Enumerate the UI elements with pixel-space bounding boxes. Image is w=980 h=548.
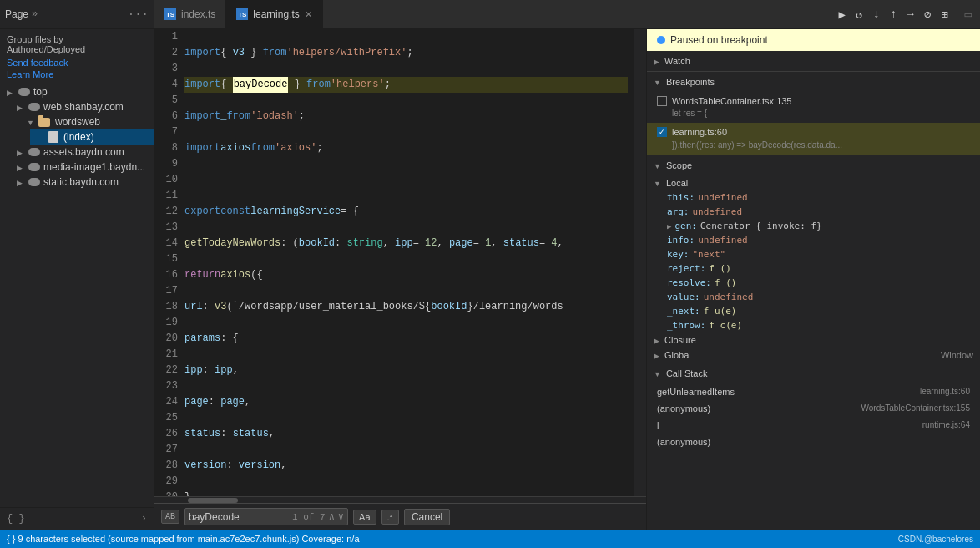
scope-var-value: value: undefined [647,290,980,304]
send-feedback-link[interactable]: Send feedback [7,58,147,68]
watch-header[interactable]: Watch [647,51,980,71]
status-right: CSDN.@bachelores [898,535,973,544]
cs-func-2: (anonymous) [657,403,710,414]
code-line-2: import { bayDecode } from 'helpers'; [184,77,628,93]
callstack-header[interactable]: Call Stack [647,363,980,383]
breakpoints-section: Breakpoints WordsTableContainer.tsx:135 … [647,72,980,155]
find-options: AB [161,510,179,524]
breakpoints-header[interactable]: Breakpoints [647,72,980,92]
minimize-icon[interactable]: ▭ [963,6,973,23]
tab-close-icon[interactable]: ✕ [305,10,312,19]
scope-gen-arrow [667,221,671,231]
bp-checkbox-2[interactable]: ✓ [657,127,667,137]
bp-text-2: learning.ts:60 }).then((res: any) => bay… [672,126,842,150]
find-cancel-btn[interactable]: Cancel [404,509,450,525]
tab-index-label: index.ts [181,8,215,20]
tree-item-top[interactable]: top [0,84,154,99]
tab-learning[interactable]: TS learning.ts ✕ [226,0,322,28]
bp-item-2: ✓ learning.ts:60 }).then((res: any) => b… [647,123,980,154]
cs-file-1: learning.ts:60 [920,387,970,396]
debug-deactivate-btn[interactable]: ⊘ [922,6,932,23]
debug-stepout-btn[interactable]: → [905,6,915,23]
h-scrollbar-thumb[interactable] [188,498,238,503]
bp-item-1: WordsTableContainer.tsx:135 let res = { [647,92,980,123]
tree-label-assets-baydn: assets.baydn.com [43,146,124,158]
sidebar-bottom: { } › [0,507,154,530]
cs-item-3[interactable]: l runtime.js:64 [647,417,980,434]
file-tree: top web.shanbay.com wordsweb (index) [0,84,154,507]
scope-header[interactable]: Scope [647,155,980,175]
bp-code-1: let res = { [672,108,792,119]
regex-toggle[interactable]: .* [381,510,399,525]
scope-body: Local this: undefined arg: undefined gen… [647,175,980,363]
bp-checkbox-1[interactable] [657,96,667,106]
callstack-label: Call Stack [666,368,708,378]
cs-item-2[interactable]: (anonymous) WordsTableContainer.tsx:155 [647,400,980,417]
find-input[interactable] [189,511,289,523]
group-files-label: Group files by [7,34,147,44]
cs-func-3: l [657,420,659,430]
debug-panel: Paused on breakpoint Watch Breakpoints W… [646,29,980,530]
tree-item-web-shanbay[interactable]: web.shanbay.com [10,99,154,114]
debug-refresh-btn[interactable]: ↻ [854,6,864,23]
authored-deployed-label: Authored/Deployed [7,44,147,54]
scope-arrow [654,160,661,170]
sidebar-header-bar: Page » ··· [0,0,154,28]
scope-local-header[interactable]: Local [647,175,980,190]
code-line-5 [184,172,628,188]
breakpoints-body: WordsTableContainer.tsx:135 let res = { … [647,92,980,155]
find-input-wrap: 1 of 7 ∧ ∨ [184,508,348,525]
match-case-btn[interactable]: AB [161,510,179,524]
tree-item-wordsweb[interactable]: wordsweb [20,114,154,129]
cs-item-1[interactable]: getUnlearnedItems learning.ts:60 [647,383,980,400]
cs-item-4[interactable]: (anonymous) [647,434,980,450]
find-bar: AB 1 of 7 ∧ ∨ Aa .* Cancel [154,503,646,530]
code-container[interactable]: 12345 678910 1112131415 1617181920 21222… [154,29,646,496]
sidebar-bottom-chevron[interactable]: › [141,513,147,525]
sidebar-menu-icon[interactable]: ··· [128,8,149,21]
scope-global-label: Global [664,350,691,360]
tree-item-index[interactable]: (index) [30,129,154,145]
tree-item-assets-baydn[interactable]: assets.baydn.com [10,145,154,160]
scope-var-next: _next: f u(e) [647,304,980,318]
code-line-7: getTodayNewWords: (bookId: string, ipp =… [184,236,628,251]
line-numbers: 12345 678910 1112131415 1617181920 21222… [154,29,184,496]
editor-scrollbar[interactable] [634,29,646,496]
debug-continue-btn[interactable]: ▶ [837,6,847,23]
code-editor[interactable]: import { v3 } from 'helpers/withPrefix';… [184,29,634,496]
code-line-11: ipp: ipp, [184,363,628,378]
code-line-13: status: status, [184,426,628,442]
cloud-icon-assets [28,148,40,156]
match-case-toggle[interactable]: Aa [353,510,376,525]
scope-global-header[interactable]: Global Window [647,348,980,363]
editor-tabs: TS index.ts TS learning.ts ✕ [154,0,831,28]
debug-stepinto-btn[interactable]: ↑ [888,6,898,23]
status-author: CSDN.@bachelores [898,535,973,544]
folder-icon-wordsweb [38,118,50,127]
tab-learning-label: learning.ts [253,8,299,20]
scope-var-gen[interactable]: gen: Generator {_invoke: f} [647,219,980,233]
tree-item-media-baydn[interactable]: media-image1.baydn... [10,160,154,175]
h-scrollbar[interactable] [154,496,646,503]
code-line-8: return axios({ [184,267,628,283]
page-expand-icon[interactable]: » [32,8,38,20]
scope-global-window: Window [941,350,973,360]
tree-item-static-baydn[interactable]: static.baydn.com [10,175,154,190]
scope-closure-header[interactable]: Closure [647,332,980,348]
learn-more-link[interactable]: Learn More [7,69,147,79]
tab-index[interactable]: TS index.ts [154,0,226,28]
find-prev-btn[interactable]: ∧ [329,510,335,523]
sidebar-links: Send feedback Learn More [0,58,154,84]
debug-stepover-btn[interactable]: ↓ [871,6,881,23]
code-line-14: version: version, [184,458,628,474]
debug-stop-btn[interactable]: ⊞ [939,6,949,23]
breakpoints-label: Breakpoints [666,77,715,87]
scope-section: Scope Local this: undefined arg: undefin… [647,155,980,363]
find-next-btn[interactable]: ∨ [338,510,344,523]
tree-label-index: (index) [63,131,94,143]
paused-text: Paused on breakpoint [670,34,768,46]
sidebar: Group files by Authored/Deployed Send fe… [0,29,154,530]
watch-label: Watch [664,56,690,66]
scope-var-info: info: undefined [647,233,980,247]
code-line-4: import axios from 'axios'; [184,140,628,156]
